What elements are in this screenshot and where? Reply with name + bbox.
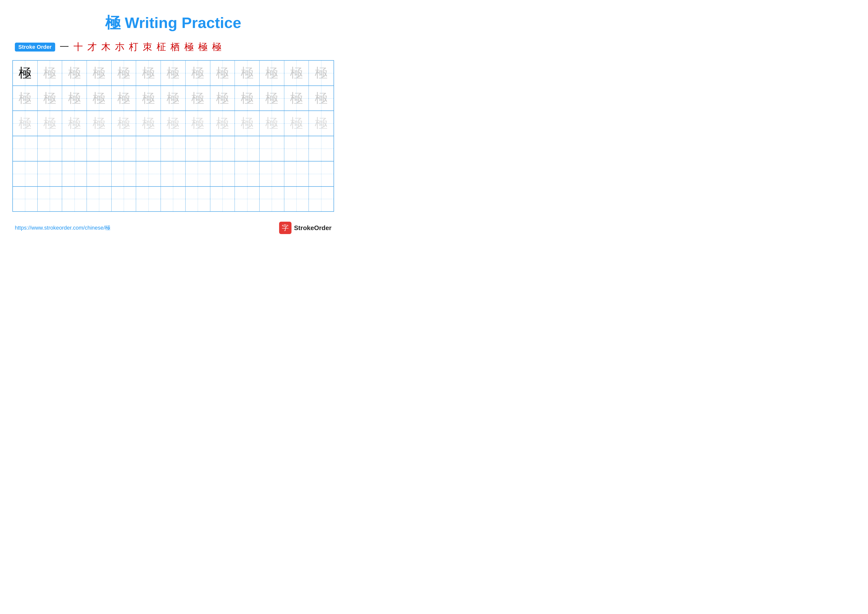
- grid-cell: 極: [87, 111, 112, 136]
- grid-cell: 極: [136, 61, 161, 85]
- grid-cell: 極: [210, 61, 235, 85]
- grid-cell: 極: [309, 61, 333, 85]
- stroke-order-badge: Stroke Order: [15, 43, 55, 51]
- grid-cell: 極: [136, 111, 161, 136]
- stroke-7: 朿: [143, 40, 152, 53]
- grid-cell: 極: [186, 61, 210, 85]
- brand-icon: 字: [279, 222, 291, 234]
- grid-cell: 極: [186, 86, 210, 111]
- grid-cell: [284, 187, 309, 211]
- grid-cell: [37, 136, 62, 161]
- grid-cell: [62, 162, 87, 186]
- practice-grid: 極 極 極 極 極 極 極 極 極 極 極 極 極 極 極 極 極 極 極 極 …: [12, 60, 334, 212]
- grid-cell: [210, 136, 235, 161]
- grid-cell: [37, 162, 62, 186]
- stroke-order-row: Stroke Order 一 十 才 木 朩 朾 朿 柾 栖 極 極 極: [12, 40, 334, 53]
- stroke-4: 木: [101, 40, 111, 53]
- grid-cell: [186, 136, 210, 161]
- grid-cell: [260, 162, 284, 186]
- grid-cell: [112, 162, 136, 186]
- stroke-5: 朩: [115, 40, 124, 53]
- grid-cell: [210, 162, 235, 186]
- grid-cell: [13, 162, 37, 186]
- grid-cell: 極: [112, 86, 136, 111]
- grid-cell: [112, 187, 136, 211]
- grid-cell: [62, 187, 87, 211]
- grid-cell: 極: [112, 61, 136, 85]
- grid-row-5: [13, 162, 333, 187]
- grid-cell: [136, 187, 161, 211]
- grid-cell: [186, 162, 210, 186]
- grid-cell: 極: [260, 61, 284, 85]
- grid-cell: 極: [260, 111, 284, 136]
- grid-cell: [161, 136, 186, 161]
- grid-cell: [87, 136, 112, 161]
- grid-cell: [235, 187, 260, 211]
- grid-cell: [210, 187, 235, 211]
- grid-row-1: 極 極 極 極 極 極 極 極 極 極 極 極 極: [13, 61, 333, 86]
- grid-cell: 極: [87, 86, 112, 111]
- grid-cell: 極: [62, 86, 87, 111]
- grid-cell: 極: [112, 111, 136, 136]
- grid-cell: 極: [186, 111, 210, 136]
- grid-cell: 極: [13, 61, 37, 85]
- grid-cell: 極: [136, 86, 161, 111]
- grid-row-4: [13, 136, 333, 162]
- grid-cell: [112, 136, 136, 161]
- page-title: 極 Writing Practice: [105, 14, 241, 31]
- stroke-9: 栖: [170, 40, 180, 53]
- grid-cell: 極: [161, 61, 186, 85]
- grid-cell: [13, 187, 37, 211]
- brand-name: StrokeOrder: [294, 224, 332, 232]
- footer-brand: 字 StrokeOrder: [279, 222, 332, 234]
- grid-cell: 極: [309, 86, 333, 111]
- grid-cell: 極: [37, 61, 62, 85]
- stroke-1: 一: [60, 40, 69, 53]
- grid-cell: [87, 187, 112, 211]
- grid-cell: 極: [284, 61, 309, 85]
- title-section: 極 Writing Practice: [12, 12, 334, 33]
- grid-cell: [260, 187, 284, 211]
- grid-row-3: 極 極 極 極 極 極 極 極 極 極 極 極 極: [13, 111, 333, 136]
- grid-cell: 極: [284, 111, 309, 136]
- grid-row-2: 極 極 極 極 極 極 極 極 極 極 極 極 極: [13, 86, 333, 111]
- grid-cell: 極: [284, 86, 309, 111]
- grid-cell: 極: [37, 111, 62, 136]
- stroke-2: 十: [73, 40, 83, 53]
- grid-cell: [235, 136, 260, 161]
- grid-cell: 極: [13, 111, 37, 136]
- stroke-3: 才: [87, 40, 97, 53]
- grid-cell: 極: [260, 86, 284, 111]
- footer: https://www.strokeorder.com/chinese/極 字 …: [12, 222, 334, 234]
- grid-cell: 極: [62, 111, 87, 136]
- grid-cell: 極: [235, 61, 260, 85]
- stroke-12: 極: [212, 40, 222, 53]
- grid-cell: 極: [235, 86, 260, 111]
- footer-url[interactable]: https://www.strokeorder.com/chinese/極: [15, 224, 110, 232]
- grid-cell: 極: [37, 86, 62, 111]
- grid-cell: [309, 162, 333, 186]
- grid-cell: [62, 136, 87, 161]
- grid-cell: [87, 162, 112, 186]
- grid-cell: [136, 162, 161, 186]
- stroke-10: 極: [184, 40, 194, 53]
- stroke-6: 朾: [129, 40, 138, 53]
- grid-cell: 極: [13, 86, 37, 111]
- stroke-11: 極: [198, 40, 208, 53]
- grid-cell: 極: [87, 61, 112, 85]
- grid-cell: [235, 162, 260, 186]
- grid-cell: 極: [210, 111, 235, 136]
- grid-cell: [309, 187, 333, 211]
- grid-cell: 極: [309, 111, 333, 136]
- grid-cell: 極: [62, 61, 87, 85]
- grid-cell: [260, 136, 284, 161]
- grid-cell: [37, 187, 62, 211]
- grid-cell: 極: [210, 86, 235, 111]
- grid-cell: [161, 162, 186, 186]
- grid-cell: 極: [161, 111, 186, 136]
- grid-cell: [284, 162, 309, 186]
- grid-cell: [309, 136, 333, 161]
- grid-cell: [136, 136, 161, 161]
- grid-cell: [186, 187, 210, 211]
- grid-cell: [161, 187, 186, 211]
